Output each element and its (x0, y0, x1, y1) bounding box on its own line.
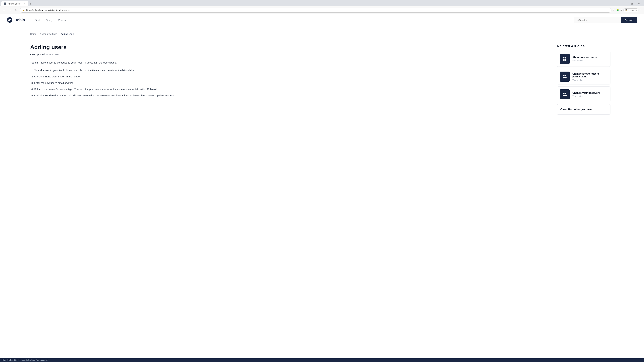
extensions-icon[interactable]: 🧩 (616, 9, 619, 11)
related-card-password[interactable]: Change your password View article › (557, 86, 610, 102)
related-articles-title: Related Articles (557, 44, 610, 48)
svg-point-1 (10, 18, 11, 19)
related-card-permissions[interactable]: Change another user's permissions View a… (557, 69, 610, 84)
step-5-bold: Send Invite (44, 94, 58, 97)
incognito-badge: 🕵 Incognito (623, 8, 638, 12)
breadcrumb-separator-1: • (38, 33, 38, 35)
browser-actions: ☆ 🧩 ⬇ 🕵 Incognito ⋮ (613, 8, 642, 12)
article-steps: To add a user to your Robin AI account, … (30, 68, 547, 98)
svg-point-6 (563, 75, 564, 76)
step-3: Enter the new user's email address. (34, 81, 547, 85)
article-intro: You can invite a user to be added to you… (30, 60, 547, 65)
svg-point-13 (564, 95, 567, 96)
svg-point-5 (564, 59, 567, 61)
forward-button[interactable]: → (8, 8, 13, 12)
url-input[interactable] (26, 9, 609, 11)
password-card-title: Change your password (572, 91, 608, 94)
free-accounts-card-link: View article › (572, 59, 608, 62)
search-input[interactable] (574, 17, 621, 23)
browser-window: Adding users ✕ + ─ □ ✕ ← → ↻ 🔒 ☆ 🧩 ⬇ 🕵 I… (0, 0, 644, 121)
article-title: Adding users (30, 44, 547, 50)
step-5-after: button. This will send an email to the n… (58, 94, 174, 97)
free-accounts-link-label: View article (572, 60, 582, 62)
free-accounts-card-text: About free accounts View article › (572, 56, 608, 62)
step-2-before: Click the (34, 75, 44, 78)
step-5-before: Click the (34, 94, 44, 97)
tab-title: Adding users (8, 2, 20, 5)
breadcrumb-separator-2: • (58, 33, 59, 35)
password-icon (560, 89, 570, 99)
step-4: Select the new user's account type. This… (34, 87, 547, 91)
svg-point-11 (565, 93, 566, 94)
nav-draft[interactable]: Draft (35, 18, 40, 21)
tab-bar: Adding users ✕ + ─ □ ✕ (0, 0, 644, 6)
breadcrumb: Home • Account settings • Adding users (30, 33, 610, 35)
permissions-link-arrow: › (582, 79, 583, 81)
article: Adding users Last Updated: May 3, 2023 Y… (30, 44, 547, 99)
svg-point-7 (565, 75, 566, 76)
content-layout: Adding users Last Updated: May 3, 2023 Y… (30, 44, 610, 115)
search-area: Search (574, 17, 637, 23)
nav-review[interactable]: Review (58, 18, 66, 21)
step-2: Click the Invite User button in the head… (34, 74, 547, 79)
permissions-card-title: Change another user's permissions (572, 72, 608, 78)
svg-point-3 (565, 57, 566, 58)
permissions-users-icon (562, 74, 567, 79)
incognito-label: Incognito (628, 9, 636, 11)
sidebar: Related Articles About free accounts (557, 44, 610, 115)
tab-close-button[interactable]: ✕ (23, 2, 26, 5)
minimize-button[interactable]: ─ (622, 1, 628, 6)
free-accounts-icon (560, 54, 570, 64)
address-bar[interactable]: 🔒 (20, 8, 612, 12)
download-icon[interactable]: ⬇ (620, 9, 622, 11)
permissions-card-link: View article › (572, 79, 608, 81)
step-1-before: To add a user to your Robin AI account, … (34, 69, 92, 72)
search-button[interactable]: Search (621, 17, 637, 23)
bookmark-icon[interactable]: ☆ (613, 9, 615, 11)
svg-point-2 (563, 57, 564, 58)
lock-icon: 🔒 (22, 9, 25, 11)
logo[interactable]: Robin (7, 17, 25, 23)
step-5: Click the Send Invite button. This will … (34, 93, 547, 98)
last-updated-label: Last Updated (30, 53, 45, 56)
step-1: To add a user to your Robin AI account, … (34, 68, 547, 72)
reload-button[interactable]: ↻ (14, 8, 18, 12)
back-button[interactable]: ← (2, 8, 7, 12)
nav-query[interactable]: Query (46, 18, 53, 21)
password-card-link: View article › (572, 95, 608, 97)
step-1-bold: Users (92, 69, 99, 72)
password-users-icon (562, 92, 567, 97)
password-card-text: Change your password View article › (572, 91, 608, 97)
site-header: Robin Draft Query Review Search (0, 14, 644, 26)
svg-point-10 (563, 93, 564, 94)
tab-favicon (4, 2, 6, 5)
step-1-after: menu item from the left sidebar. (99, 69, 135, 72)
window-controls: ─ □ ✕ (622, 1, 642, 6)
related-card-free-accounts[interactable]: About free accounts View article › (557, 51, 610, 67)
last-updated-date: May 3, 2023 (46, 53, 59, 56)
maximize-button[interactable]: □ (628, 1, 635, 6)
password-link-label: View article (572, 95, 582, 97)
new-tab-button[interactable]: + (28, 1, 33, 6)
incognito-icon: 🕵 (625, 9, 628, 11)
password-link-arrow: › (582, 95, 583, 97)
svg-point-9 (564, 77, 567, 78)
free-accounts-link-arrow: › (582, 60, 583, 62)
step-2-after: button in the header. (57, 75, 81, 78)
breadcrumb-current: Adding users (61, 33, 74, 35)
article-body: You can invite a user to be added to you… (30, 60, 547, 97)
breadcrumb-divider (30, 39, 610, 39)
menu-icon[interactable]: ⋮ (640, 9, 642, 11)
step-2-bold: Invite User (44, 75, 58, 78)
logo-text: Robin (14, 18, 25, 22)
breadcrumb-parent[interactable]: Account settings (40, 33, 57, 35)
active-tab[interactable]: Adding users ✕ (1, 1, 28, 6)
breadcrumb-home[interactable]: Home (30, 33, 36, 35)
free-accounts-card-title: About free accounts (572, 56, 608, 59)
close-button[interactable]: ✕ (636, 1, 642, 6)
last-updated: Last Updated: May 3, 2023 (30, 53, 547, 56)
site-navigation: Draft Query Review (35, 18, 66, 21)
cant-find-title: Can't find what you are (560, 108, 607, 111)
permissions-link-label: View article (572, 79, 582, 81)
step-3-text: Enter the new user's email address. (34, 81, 74, 84)
